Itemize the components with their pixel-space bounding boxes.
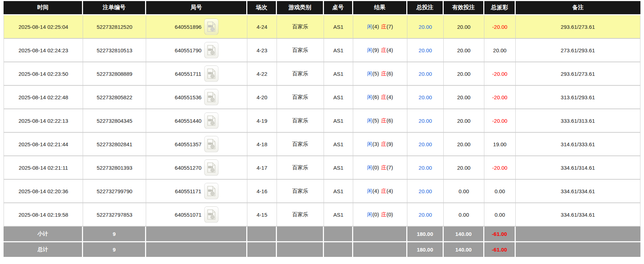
video-file-icon [207, 139, 216, 149]
row-result-cell: 闲(4)庄(7) [353, 15, 407, 39]
row-table-no-cell: AS1 [324, 133, 353, 156]
row-time-cell: 2025-08-14 02:23:50 [4, 62, 83, 86]
player-score: (4) [372, 23, 379, 30]
row-table-no-cell: AS1 [324, 15, 353, 39]
row-game-type-cell: 百家乐 [277, 180, 324, 203]
row-valid-bet-cell: 20.00 [444, 86, 484, 109]
player-label: 闲 [367, 94, 372, 100]
row-result-cell: 闲(3)庄(9) [353, 133, 407, 156]
row-remark-cell: 313.61/293.61 [516, 86, 640, 109]
player-label: 闲 [367, 188, 372, 194]
table-row: 2025-08-14 02:20:36522732799790640551171… [4, 180, 640, 203]
total-row: 总计 9 180.00 140.00 -61.00 [4, 242, 640, 258]
row-result-cell: 闲(0)庄(0) [353, 203, 407, 227]
row-remark-cell: 334.61/334.61 [516, 203, 640, 227]
player-score: (0) [372, 211, 379, 217]
total-empty-table-cell [324, 242, 353, 258]
table-row: 2025-08-14 02:22:13522732804345640551440… [4, 109, 640, 133]
row-round-cell: 640551440 [146, 109, 247, 133]
video-replay-button[interactable] [204, 89, 218, 105]
table-row: 2025-08-14 02:24:23522732810513640551790… [4, 39, 640, 62]
row-session-cell: 4-24 [247, 15, 277, 39]
subtotal-label-cell: 小计 [4, 227, 83, 242]
row-time-cell: 2025-08-14 02:21:11 [4, 156, 83, 180]
row-time-cell: 2025-08-14 02:22:48 [4, 86, 83, 109]
row-total-bet-cell: 20.00 [407, 39, 444, 62]
video-replay-button[interactable] [204, 65, 218, 82]
table-row: 2025-08-14 02:19:58522732797853640551071… [4, 203, 640, 227]
total-count-cell: 9 [83, 242, 146, 258]
total-empty-game-cell [277, 242, 324, 258]
video-replay-button[interactable] [204, 206, 218, 223]
row-game-type-cell: 百家乐 [277, 133, 324, 156]
player-label: 闲 [367, 211, 372, 217]
video-file-icon [207, 115, 216, 126]
col-header-game-type: 游戏类别 [277, 1, 324, 15]
subtotal-empty-remark-cell [516, 227, 640, 242]
row-result-cell: 闲(9)庄(4) [353, 39, 407, 62]
row-valid-bet-cell: 20.00 [444, 15, 484, 39]
video-file-icon [207, 68, 216, 79]
banker-label: 庄 [381, 141, 386, 147]
row-table-no-cell: AS1 [324, 109, 353, 133]
row-session-cell: 4-23 [247, 39, 277, 62]
row-session-cell: 4-17 [247, 156, 277, 180]
row-payout-cell: 19.00 [484, 133, 516, 156]
row-round-cell: 640551357 [146, 133, 247, 156]
player-score: (9) [372, 47, 379, 53]
video-replay-button[interactable] [204, 112, 218, 129]
row-total-bet-cell: 20.00 [407, 203, 444, 227]
row-table-no-cell: AS1 [324, 180, 353, 203]
row-payout-cell: -20.00 [484, 62, 516, 86]
row-bet-id-cell: 522732810513 [83, 39, 146, 62]
video-replay-button[interactable] [204, 136, 218, 152]
banker-label: 庄 [381, 188, 386, 194]
total-empty-remark-cell [516, 242, 640, 258]
round-number: 640551270 [175, 165, 201, 171]
video-replay-button[interactable] [204, 19, 218, 35]
video-file-icon [207, 186, 216, 196]
row-remark-cell: 334.61/314.61 [516, 156, 640, 180]
round-number: 640551790 [175, 47, 201, 53]
row-session-cell: 4-20 [247, 86, 277, 109]
col-header-total-payout: 总派彩 [484, 1, 516, 15]
col-header-valid-bet: 有效投注 [444, 1, 484, 15]
player-label: 闲 [367, 164, 372, 170]
row-remark-cell: 293.61/273.61 [516, 15, 640, 39]
banker-label: 庄 [381, 164, 386, 170]
table-row: 2025-08-14 02:21:11522732801393640551270… [4, 156, 640, 180]
player-label: 闲 [367, 23, 372, 30]
row-round-cell: 640551270 [146, 156, 247, 180]
table-footer: 小计 9 180.00 140.00 -61.00 总计 9 [4, 227, 640, 258]
row-result-cell: 闲(4)庄(4) [353, 180, 407, 203]
total-empty-result-cell [353, 242, 407, 258]
row-game-type-cell: 百家乐 [277, 15, 324, 39]
total-total-bet-cell: 180.00 [407, 242, 444, 258]
video-replay-button[interactable] [204, 159, 218, 176]
row-payout-cell: -20.00 [484, 156, 516, 180]
row-total-bet-cell: 20.00 [407, 180, 444, 203]
bet-records-page: 时间 注单编号 局号 场次 游戏类别 桌号 结果 总投注 有效投注 总派彩 备注… [0, 1, 644, 258]
banker-score: (6) [386, 117, 393, 123]
row-valid-bet-cell: 20.00 [444, 62, 484, 86]
player-score: (5) [372, 117, 379, 123]
row-round-cell: 640551071 [146, 203, 247, 227]
banker-score: (7) [386, 23, 393, 30]
video-file-icon [207, 162, 216, 173]
banker-score: (0) [386, 211, 393, 217]
subtotal-row: 小计 9 180.00 140.00 -61.00 [4, 227, 640, 242]
banker-label: 庄 [381, 47, 386, 53]
header-row: 时间 注单编号 局号 场次 游戏类别 桌号 结果 总投注 有效投注 总派彩 备注 [4, 1, 640, 15]
banker-score: (4) [386, 94, 393, 100]
total-empty-session-cell [247, 242, 277, 258]
video-replay-button[interactable] [204, 183, 218, 199]
row-table-no-cell: AS1 [324, 62, 353, 86]
video-replay-button[interactable] [204, 42, 218, 58]
col-header-total-bet: 总投注 [407, 1, 444, 15]
player-score: (0) [372, 164, 379, 170]
banker-label: 庄 [381, 117, 386, 123]
row-valid-bet-cell: 0.00 [444, 203, 484, 227]
player-score: (5) [372, 70, 379, 76]
banker-score: (9) [386, 141, 393, 147]
round-number: 640551536 [175, 94, 201, 100]
